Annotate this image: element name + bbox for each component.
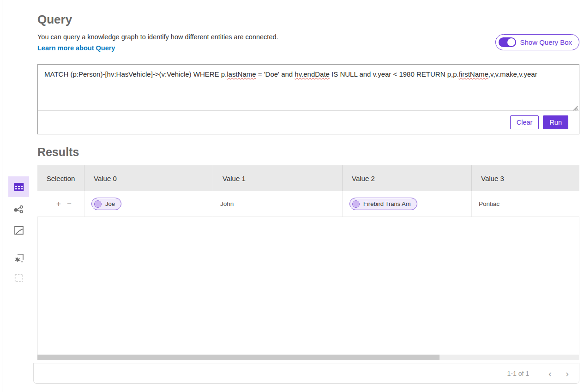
table-header-row: Selection Value 0 Value 1 Value 2 Value … (37, 165, 579, 191)
run-button[interactable]: Run (543, 115, 568, 129)
results-title: Results (37, 145, 79, 159)
previous-page-button[interactable]: ‹ (545, 368, 555, 378)
clear-button[interactable]: Clear (510, 115, 539, 129)
value3-cell: Pontiac (471, 191, 579, 217)
page-description: You can query a knowledge graph to ident… (37, 33, 278, 41)
add-selection-button[interactable]: + (55, 199, 62, 209)
map-icon (13, 225, 24, 236)
query-footer: Clear Run (38, 111, 579, 134)
page-title: Query (37, 12, 72, 27)
scrollbar-thumb[interactable] (37, 355, 440, 360)
resize-handle-icon[interactable] (572, 104, 578, 110)
pagination-range: 1-1 of 1 (507, 370, 529, 377)
learn-more-link[interactable]: Learn more about Query (37, 44, 115, 52)
remove-selection-button[interactable]: − (66, 199, 72, 209)
column-header-selection: Selection (37, 165, 84, 191)
entity-dot-icon (94, 200, 102, 208)
new-map-button[interactable] (8, 267, 29, 288)
toggle-switch-icon (499, 37, 516, 47)
table-icon (13, 181, 24, 193)
value2-cell: Firebird Trans Am (342, 191, 471, 217)
rail-divider (8, 244, 29, 244)
entity-chip-vehicle[interactable]: Firebird Trans Am (349, 198, 417, 210)
table-view-button[interactable] (8, 176, 29, 197)
map-view-button[interactable] (8, 220, 29, 241)
entity-chip-label: Firebird Trans Am (363, 200, 411, 207)
results-table: Selection Value 0 Value 1 Value 2 Value … (37, 165, 579, 355)
show-query-box-toggle[interactable]: Show Query Box (495, 34, 579, 50)
column-header-value3: Value 3 (471, 165, 579, 191)
column-header-value2: Value 2 (342, 165, 471, 191)
main-content: Query You can query a knowledge graph to… (37, 0, 579, 392)
next-page-button[interactable]: › (562, 368, 572, 378)
query-box: MATCH (p:Person)-[hv:HasVehicle]->(v:Veh… (37, 64, 579, 134)
horizontal-scrollbar[interactable] (37, 355, 579, 360)
value0-cell: Joe (84, 191, 213, 217)
link-chart-view-button[interactable] (8, 199, 29, 220)
toggle-label: Show Query Box (520, 38, 572, 46)
table-empty-area (37, 217, 579, 355)
new-link-chart-icon (13, 253, 24, 264)
entity-chip-label: Joe (105, 200, 115, 207)
table-row: + − Joe John Firebird Trans Am (37, 191, 579, 217)
new-link-chart-button[interactable] (8, 247, 29, 268)
column-header-value1: Value 1 (213, 165, 342, 191)
entity-dot-icon (352, 200, 360, 208)
query-input[interactable]: MATCH (p:Person)-[hv:HasVehicle]->(v:Veh… (38, 65, 579, 111)
query-page: Query You can query a knowledge graph to… (0, 0, 584, 392)
entity-chip-person[interactable]: Joe (91, 198, 121, 210)
new-map-icon (13, 272, 24, 283)
value1-cell: John (213, 191, 342, 217)
column-header-value0: Value 0 (84, 165, 213, 191)
pagination-bar: 1-1 of 1 ‹ › (33, 363, 579, 384)
panel-left-edge (2, 0, 2, 392)
link-chart-icon (13, 204, 24, 215)
selection-cell: + − (37, 191, 84, 217)
